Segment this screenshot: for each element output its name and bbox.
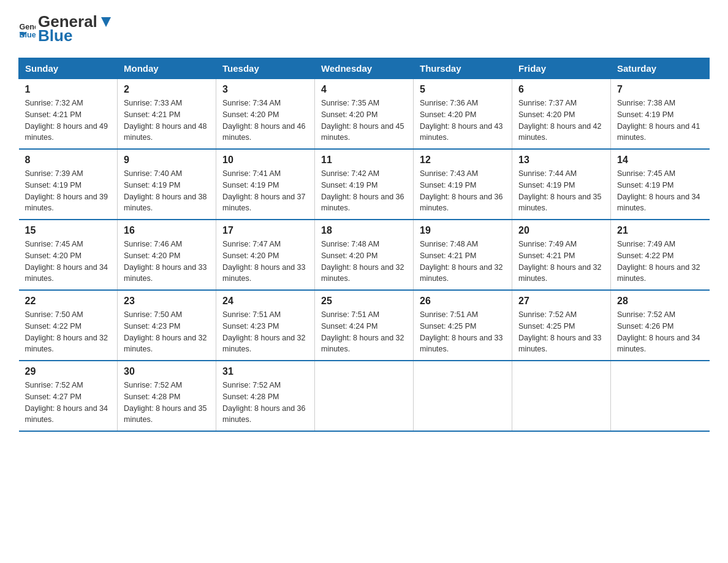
calendar-cell: 25 Sunrise: 7:51 AM Sunset: 4:24 PM Dayl…	[315, 290, 414, 361]
calendar-cell: 15 Sunrise: 7:45 AM Sunset: 4:20 PM Dayl…	[19, 220, 118, 290]
calendar-cell: 20 Sunrise: 7:49 AM Sunset: 4:21 PM Dayl…	[512, 220, 611, 290]
calendar-cell	[315, 361, 414, 431]
calendar-table: SundayMondayTuesdayWednesdayThursdayFrid…	[18, 58, 710, 432]
calendar-cell: 11 Sunrise: 7:42 AM Sunset: 4:19 PM Dayl…	[315, 149, 414, 220]
calendar-cell	[414, 361, 512, 431]
calendar-cell: 3 Sunrise: 7:34 AM Sunset: 4:20 PM Dayli…	[216, 79, 315, 150]
day-info: Sunrise: 7:51 AM Sunset: 4:24 PM Dayligh…	[321, 309, 407, 355]
header-sunday: Sunday	[19, 58, 118, 79]
day-info: Sunrise: 7:43 AM Sunset: 4:19 PM Dayligh…	[420, 168, 506, 214]
day-number: 14	[617, 155, 703, 166]
calendar-cell: 31 Sunrise: 7:52 AM Sunset: 4:28 PM Dayl…	[216, 361, 315, 431]
logo: General Blue General Blue	[18, 12, 115, 45]
day-number: 6	[518, 84, 604, 95]
calendar-cell: 29 Sunrise: 7:52 AM Sunset: 4:27 PM Dayl…	[19, 361, 118, 431]
day-number: 29	[25, 366, 112, 377]
calendar-cell	[611, 361, 710, 431]
calendar-cell: 17 Sunrise: 7:47 AM Sunset: 4:20 PM Dayl…	[216, 220, 315, 290]
calendar-cell	[512, 361, 611, 431]
day-number: 21	[617, 225, 703, 236]
calendar-cell: 16 Sunrise: 7:46 AM Sunset: 4:20 PM Dayl…	[118, 220, 216, 290]
day-number: 28	[617, 296, 703, 307]
calendar-cell: 14 Sunrise: 7:45 AM Sunset: 4:19 PM Dayl…	[611, 149, 710, 220]
calendar-cell: 28 Sunrise: 7:52 AM Sunset: 4:26 PM Dayl…	[611, 290, 710, 361]
header-tuesday: Tuesday	[216, 58, 315, 79]
day-number: 9	[124, 155, 210, 166]
day-info: Sunrise: 7:49 AM Sunset: 4:21 PM Dayligh…	[518, 239, 604, 285]
day-info: Sunrise: 7:37 AM Sunset: 4:20 PM Dayligh…	[518, 98, 604, 144]
day-number: 5	[420, 84, 506, 95]
day-info: Sunrise: 7:52 AM Sunset: 4:28 PM Dayligh…	[124, 380, 210, 426]
day-info: Sunrise: 7:46 AM Sunset: 4:20 PM Dayligh…	[124, 239, 210, 285]
day-number: 25	[321, 296, 407, 307]
day-number: 3	[222, 84, 308, 95]
day-number: 19	[420, 225, 506, 236]
day-info: Sunrise: 7:47 AM Sunset: 4:20 PM Dayligh…	[222, 239, 308, 285]
logo-triangle-icon	[99, 15, 113, 29]
logo-icon: General Blue	[18, 20, 36, 37]
day-number: 23	[124, 296, 210, 307]
calendar-cell: 18 Sunrise: 7:48 AM Sunset: 4:20 PM Dayl…	[315, 220, 414, 290]
header-monday: Monday	[118, 58, 216, 79]
calendar-cell: 5 Sunrise: 7:36 AM Sunset: 4:20 PM Dayli…	[414, 79, 512, 150]
day-info: Sunrise: 7:48 AM Sunset: 4:21 PM Dayligh…	[420, 239, 506, 285]
day-info: Sunrise: 7:33 AM Sunset: 4:21 PM Dayligh…	[124, 98, 210, 144]
header-wednesday: Wednesday	[315, 58, 414, 79]
calendar-cell: 2 Sunrise: 7:33 AM Sunset: 4:21 PM Dayli…	[118, 79, 216, 150]
calendar-cell: 26 Sunrise: 7:51 AM Sunset: 4:25 PM Dayl…	[414, 290, 512, 361]
day-number: 18	[321, 225, 407, 236]
calendar-cell: 30 Sunrise: 7:52 AM Sunset: 4:28 PM Dayl…	[118, 361, 216, 431]
day-info: Sunrise: 7:40 AM Sunset: 4:19 PM Dayligh…	[124, 168, 210, 214]
day-info: Sunrise: 7:49 AM Sunset: 4:22 PM Dayligh…	[617, 239, 703, 285]
day-number: 26	[420, 296, 506, 307]
svg-text:General: General	[19, 23, 36, 31]
day-number: 7	[617, 84, 703, 95]
header-friday: Friday	[512, 58, 611, 79]
week-row-2: 8 Sunrise: 7:39 AM Sunset: 4:19 PM Dayli…	[19, 149, 710, 220]
day-info: Sunrise: 7:45 AM Sunset: 4:20 PM Dayligh…	[25, 239, 112, 285]
day-number: 11	[321, 155, 407, 166]
calendar-cell: 6 Sunrise: 7:37 AM Sunset: 4:20 PM Dayli…	[512, 79, 611, 150]
calendar-cell: 1 Sunrise: 7:32 AM Sunset: 4:21 PM Dayli…	[19, 79, 118, 150]
day-number: 8	[25, 155, 112, 166]
day-number: 31	[222, 366, 308, 377]
calendar-cell: 23 Sunrise: 7:50 AM Sunset: 4:23 PM Dayl…	[118, 290, 216, 361]
day-info: Sunrise: 7:45 AM Sunset: 4:19 PM Dayligh…	[617, 168, 703, 214]
day-info: Sunrise: 7:42 AM Sunset: 4:19 PM Dayligh…	[321, 168, 407, 214]
calendar-cell: 9 Sunrise: 7:40 AM Sunset: 4:19 PM Dayli…	[118, 149, 216, 220]
day-info: Sunrise: 7:48 AM Sunset: 4:20 PM Dayligh…	[321, 239, 407, 285]
calendar-cell: 27 Sunrise: 7:52 AM Sunset: 4:25 PM Dayl…	[512, 290, 611, 361]
day-number: 12	[420, 155, 506, 166]
calendar-cell: 4 Sunrise: 7:35 AM Sunset: 4:20 PM Dayli…	[315, 79, 414, 150]
calendar-cell: 19 Sunrise: 7:48 AM Sunset: 4:21 PM Dayl…	[414, 220, 512, 290]
header-thursday: Thursday	[414, 58, 512, 79]
day-number: 15	[25, 225, 112, 236]
day-info: Sunrise: 7:51 AM Sunset: 4:25 PM Dayligh…	[420, 309, 506, 355]
day-number: 22	[25, 296, 112, 307]
page-header: General Blue General Blue	[18, 12, 710, 45]
week-row-3: 15 Sunrise: 7:45 AM Sunset: 4:20 PM Dayl…	[19, 220, 710, 290]
calendar-cell: 22 Sunrise: 7:50 AM Sunset: 4:22 PM Dayl…	[19, 290, 118, 361]
day-number: 16	[124, 225, 210, 236]
day-number: 10	[222, 155, 308, 166]
day-info: Sunrise: 7:41 AM Sunset: 4:19 PM Dayligh…	[222, 168, 308, 214]
day-number: 2	[124, 84, 210, 95]
week-row-4: 22 Sunrise: 7:50 AM Sunset: 4:22 PM Dayl…	[19, 290, 710, 361]
day-number: 1	[25, 84, 112, 95]
calendar-cell: 10 Sunrise: 7:41 AM Sunset: 4:19 PM Dayl…	[216, 149, 315, 220]
header-saturday: Saturday	[611, 58, 710, 79]
day-number: 27	[518, 296, 604, 307]
day-info: Sunrise: 7:52 AM Sunset: 4:28 PM Dayligh…	[222, 380, 308, 426]
calendar-cell: 24 Sunrise: 7:51 AM Sunset: 4:23 PM Dayl…	[216, 290, 315, 361]
day-info: Sunrise: 7:44 AM Sunset: 4:19 PM Dayligh…	[518, 168, 604, 214]
day-number: 24	[222, 296, 308, 307]
svg-marker-3	[101, 17, 111, 27]
day-info: Sunrise: 7:52 AM Sunset: 4:25 PM Dayligh…	[518, 309, 604, 355]
day-info: Sunrise: 7:50 AM Sunset: 4:22 PM Dayligh…	[25, 309, 112, 355]
day-info: Sunrise: 7:38 AM Sunset: 4:19 PM Dayligh…	[617, 98, 703, 144]
calendar-header-row: SundayMondayTuesdayWednesdayThursdayFrid…	[19, 58, 710, 79]
day-info: Sunrise: 7:39 AM Sunset: 4:19 PM Dayligh…	[25, 168, 112, 214]
day-info: Sunrise: 7:36 AM Sunset: 4:20 PM Dayligh…	[420, 98, 506, 144]
day-info: Sunrise: 7:50 AM Sunset: 4:23 PM Dayligh…	[124, 309, 210, 355]
day-number: 30	[124, 366, 210, 377]
